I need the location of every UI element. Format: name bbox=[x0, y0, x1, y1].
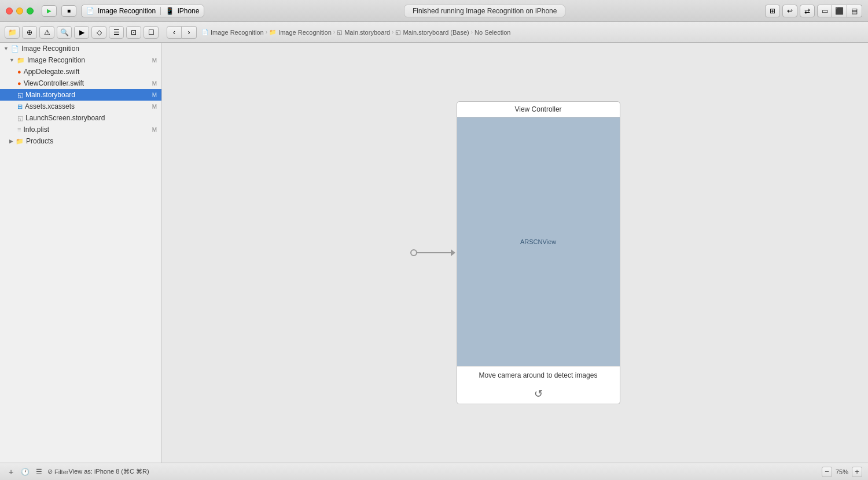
sidebar-item-launchscreen[interactable]: ◱ LaunchScreen.storyboard bbox=[0, 112, 161, 124]
list-view-button[interactable]: ☰ bbox=[34, 467, 44, 477]
location-button[interactable]: ⊡ bbox=[126, 26, 141, 39]
scheme-divider bbox=[160, 7, 161, 15]
warning-button[interactable]: ⚠ bbox=[39, 26, 54, 39]
minus-icon: − bbox=[825, 467, 829, 476]
simulate-button[interactable]: ☐ bbox=[144, 26, 159, 39]
sidebar-item-label: LaunchScreen.storyboard bbox=[25, 114, 105, 122]
disclosure-icon: ▼ bbox=[9, 57, 14, 63]
disclosure-icon: ▶ bbox=[9, 138, 13, 144]
vc-header: View Controller bbox=[457, 101, 620, 117]
project-icon: 📄 bbox=[11, 45, 19, 53]
fullscreen-button[interactable] bbox=[27, 8, 34, 14]
sidebar-item-label: Main.storyboard bbox=[25, 91, 75, 99]
plus-icon: + bbox=[9, 467, 13, 477]
storyboard-icon-2: ◱ bbox=[395, 29, 400, 35]
sidebar-item-products[interactable]: ▶ 📁 Products bbox=[0, 135, 161, 147]
sidebar-item-label: Info.plist bbox=[23, 125, 49, 134]
grid-view-button[interactable]: ⊞ bbox=[765, 5, 780, 17]
sidebar-item-label: AppDelegate.swift bbox=[24, 68, 80, 76]
filter-icon: ⊘ bbox=[47, 468, 53, 475]
storyboard-icon-1: ◱ bbox=[337, 29, 342, 35]
folder-icon: 📁 bbox=[269, 29, 276, 35]
breadcrumb-sep-3: › bbox=[392, 29, 393, 35]
zoom-in-button[interactable]: + bbox=[852, 467, 862, 477]
main-area: ▼ 📄 Image Recognition ▼ 📁 Image Recognit… bbox=[0, 43, 868, 463]
back-forward-button[interactable]: ⇄ bbox=[800, 5, 815, 17]
badge-m: M bbox=[152, 104, 157, 110]
nav-buttons: ‹ › bbox=[167, 26, 197, 39]
add-item-button[interactable]: + bbox=[6, 467, 16, 477]
vc-footer-text: Move camera around to detect images bbox=[457, 366, 620, 384]
scheme-name: Image Recognition bbox=[98, 7, 156, 15]
search-button[interactable]: 🔍 bbox=[57, 26, 72, 39]
breakpoint-button[interactable]: ◇ bbox=[91, 26, 106, 39]
zoom-out-button[interactable]: − bbox=[822, 467, 832, 477]
assets-file-icon: ⊞ bbox=[17, 103, 23, 110]
sidebar-group-label: Image Recognition bbox=[27, 56, 85, 64]
sidebar-item-infoplist[interactable]: ≡ Info.plist M bbox=[0, 124, 161, 135]
vc-body: ARSCNView Move camera around to detect i… bbox=[457, 117, 620, 404]
sidebar-item-label: ViewController.swift bbox=[24, 79, 84, 87]
storyboard-canvas: View Controller ARSCNView Move camera ar… bbox=[410, 101, 620, 404]
stop-button[interactable]: ■ bbox=[61, 5, 76, 17]
nav-forward-button[interactable]: › bbox=[182, 26, 197, 39]
breadcrumb-label-storyboard-base: Main.storyboard (Base) bbox=[403, 29, 469, 36]
minimize-button[interactable] bbox=[16, 8, 23, 14]
device-name: iPhone bbox=[178, 7, 199, 15]
scheme-selector[interactable]: 📄 Image Recognition 📱 iPhone bbox=[81, 5, 204, 17]
sidebar-item-root-image-recognition[interactable]: ▼ 📄 Image Recognition bbox=[0, 43, 161, 54]
filter-button[interactable]: ⊘ Filter bbox=[47, 468, 68, 475]
bottom-right: − 75% + bbox=[822, 467, 862, 477]
swift-file-icon: ● bbox=[17, 68, 21, 75]
single-pane-button[interactable]: ▭ bbox=[817, 5, 832, 17]
bottom-left: + 🕐 ☰ ⊘ Filter bbox=[6, 467, 68, 477]
sidebar-item-viewcontroller[interactable]: ● ViewController.swift M bbox=[0, 77, 161, 89]
toolbar: 📁 ⊕ ⚠ 🔍 ▶ ◇ ☰ ⊡ ☐ ‹ › 📄 Image Recognitio… bbox=[0, 22, 868, 43]
sidebar-item-assets[interactable]: ⊞ Assets.xcassets M bbox=[0, 101, 161, 112]
device-icon: 📱 bbox=[165, 7, 174, 15]
plus-icon: + bbox=[855, 467, 859, 476]
bottom-center: View as: iPhone 8 (⌘C ⌘R) bbox=[68, 468, 822, 475]
arscn-label: ARSCNView bbox=[520, 238, 556, 245]
breadcrumb-item-main-storyboard[interactable]: ◱ Main.storyboard bbox=[337, 29, 390, 36]
view-controller-container[interactable]: View Controller ARSCNView Move camera ar… bbox=[457, 101, 620, 404]
run-button[interactable]: ▶ bbox=[42, 5, 57, 17]
history-button[interactable]: 🕐 bbox=[20, 467, 30, 477]
titlebar-right-buttons: ⊞ ↩ ⇄ ▭ ⬛ ▤ bbox=[765, 5, 862, 17]
add-button[interactable]: ⊕ bbox=[22, 26, 37, 39]
layout-buttons: ▭ ⬛ ▤ bbox=[817, 5, 862, 17]
badge-m: M bbox=[152, 92, 157, 98]
split-pane-button[interactable]: ⬛ bbox=[832, 5, 847, 17]
entry-arrow-line bbox=[417, 252, 452, 253]
breadcrumb-item-image-recognition-root[interactable]: 📄 Image Recognition bbox=[201, 29, 264, 36]
folder-button[interactable]: 📁 bbox=[5, 26, 20, 39]
vc-reload-button[interactable]: ↺ bbox=[457, 384, 620, 404]
jump-bar-button[interactable]: ▶ bbox=[74, 26, 89, 39]
nav-back-button[interactable]: ‹ bbox=[167, 26, 182, 39]
project-icon: 📄 bbox=[201, 29, 208, 35]
storyboard-file-icon: ◱ bbox=[17, 91, 23, 99]
breadcrumb-label-folder: Image Recognition bbox=[278, 29, 332, 36]
vc-title: View Controller bbox=[514, 105, 561, 113]
sidebar: ▼ 📄 Image Recognition ▼ 📁 Image Recognit… bbox=[0, 43, 162, 463]
titlebar: ▶ ■ 📄 Image Recognition 📱 iPhone Finishe… bbox=[0, 0, 868, 22]
triple-pane-button[interactable]: ▤ bbox=[847, 5, 862, 17]
breadcrumb-sep-1: › bbox=[266, 29, 267, 35]
folder-icon: 📁 bbox=[17, 57, 25, 64]
disclosure-icon: ▼ bbox=[3, 46, 9, 51]
editor-area[interactable]: View Controller ARSCNView Move camera ar… bbox=[162, 43, 868, 463]
refresh-button[interactable]: ↩ bbox=[782, 5, 797, 17]
sidebar-item-group-image-recognition[interactable]: ▼ 📁 Image Recognition M bbox=[0, 54, 161, 66]
breadcrumb-item-image-recognition-folder[interactable]: 📁 Image Recognition bbox=[269, 29, 332, 36]
close-button[interactable] bbox=[6, 8, 13, 14]
env-button[interactable]: ☰ bbox=[109, 26, 124, 39]
breadcrumb-item-main-storyboard-base[interactable]: ◱ Main.storyboard (Base) bbox=[395, 29, 469, 36]
sidebar-item-appdelegate[interactable]: ● AppDelegate.swift bbox=[0, 66, 161, 77]
entry-arrow bbox=[410, 249, 452, 256]
status-area: Finished running Image Recognition on iP… bbox=[209, 5, 760, 17]
sidebar-item-main-storyboard[interactable]: ◱ Main.storyboard M bbox=[0, 89, 161, 101]
breadcrumb-label-root: Image Recognition bbox=[211, 29, 264, 36]
arscn-view: ARSCNView bbox=[457, 117, 620, 366]
status-message: Finished running Image Recognition on iP… bbox=[404, 5, 566, 17]
folder-icon: 📁 bbox=[16, 138, 24, 145]
